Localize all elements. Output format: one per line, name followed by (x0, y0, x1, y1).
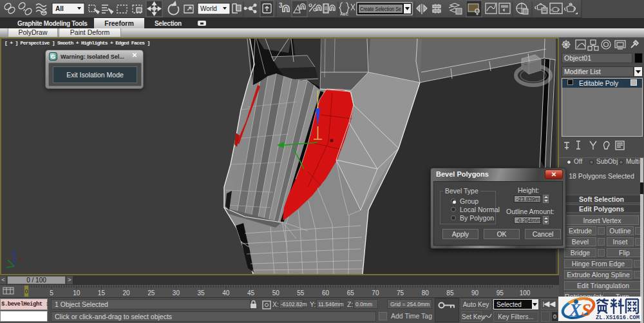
svg-text:All: All (55, 5, 64, 12)
svg-text:40: 40 (222, 289, 230, 297)
svg-text:95: 95 (497, 289, 504, 297)
svg-text:80: 80 (422, 289, 430, 297)
svg-text:3: 3 (279, 2, 283, 9)
svg-text:90: 90 (471, 289, 479, 297)
svg-text:70: 70 (372, 289, 379, 297)
svg-text:20: 20 (122, 289, 130, 297)
svg-text:30: 30 (173, 289, 180, 297)
svg-text:55: 55 (297, 289, 305, 297)
svg-text:x: x (19, 255, 23, 261)
svg-text:35: 35 (198, 289, 205, 297)
svg-text:Create Selection Se: Create Selection Se (360, 6, 401, 12)
svg-text:X: X (569, 300, 582, 320)
svg-text:5: 5 (50, 289, 53, 297)
svg-text:10: 10 (73, 289, 80, 297)
svg-text:65: 65 (347, 289, 355, 297)
svg-text:ABC: ABC (340, 12, 349, 16)
svg-text:100: 100 (520, 289, 531, 297)
svg-text:75: 75 (397, 289, 404, 297)
svg-text:50: 50 (272, 289, 280, 297)
svg-text:S: S (582, 300, 591, 320)
svg-text:z: z (12, 249, 15, 255)
svg-text:60: 60 (322, 289, 330, 297)
svg-text:85: 85 (446, 289, 454, 297)
svg-text:45: 45 (247, 289, 255, 297)
svg-text:World: World (200, 5, 217, 12)
svg-text:15: 15 (98, 289, 106, 297)
svg-text:ZL.XS1616.COM: ZL.XS1616.COM (596, 315, 639, 321)
svg-text:25: 25 (147, 289, 155, 297)
